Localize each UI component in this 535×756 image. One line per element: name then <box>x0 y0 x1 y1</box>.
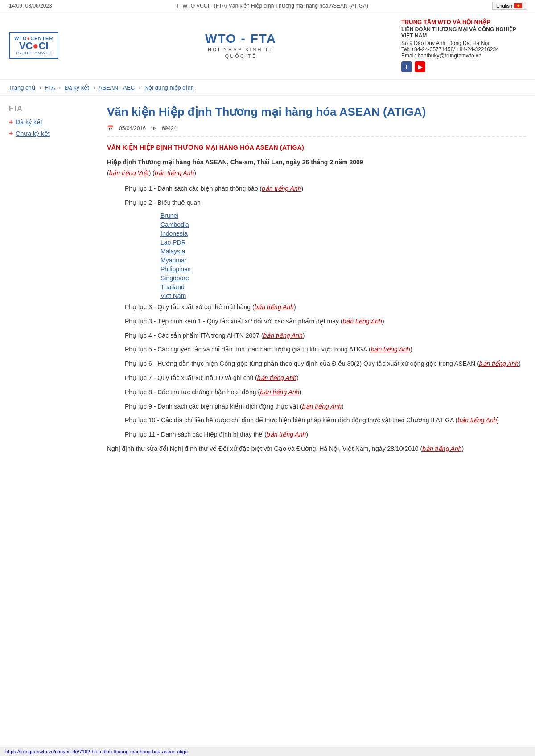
logo-vcci-label: VC●CI <box>14 41 53 51</box>
country-malaysia[interactable]: Malaysia <box>160 248 526 255</box>
language-button[interactable]: English <box>492 2 526 10</box>
phu-luc-5-end: ) <box>410 346 412 353</box>
phu-luc-1-text: Phụ lục 1 - Danh sách các biện pháp thôn… <box>125 185 262 192</box>
country-cambodia[interactable]: Cambodia <box>160 221 526 228</box>
phu-luc-1-row: Phụ lục 1 - Danh sách các biện pháp thôn… <box>107 184 526 194</box>
phu-luc-6-text: Phụ lục 6 - Hướng dẫn thực hiện Cộng gộp… <box>125 360 479 367</box>
email: Email: banthuky@trungtamwto.vn <box>401 53 526 59</box>
phu-luc-7-row: Phụ lục 7 - Quy tắc xuất xứ mẫu D và ghi… <box>107 373 526 384</box>
phu-luc-8-end: ) <box>299 388 301 396</box>
logo-area: WTO●CENTER VC●CI TRUNGTAMWTO <box>9 32 80 59</box>
content-title: Văn kiện Hiệp định Thương mại hàng hóa A… <box>107 105 526 120</box>
phu-luc-10-link[interactable]: bản tiếng Anh <box>457 417 497 424</box>
phu-luc-4-text: Phụ lục 4 - Các sản phẩm ITA trong AHTN … <box>125 332 263 339</box>
intro-bold: Hiệp định Thương mại hàng hóa ASEAN, Cha… <box>107 159 363 166</box>
top-bar-right: English <box>492 2 526 10</box>
country-list: Brunei Cambodia Indonesia Lao PDR Malays… <box>107 212 526 299</box>
phu-luc-8-link[interactable]: bản tiếng Anh <box>260 388 299 396</box>
publish-date: 05/04/2016 <box>119 125 146 131</box>
phu-luc-8-row: Phụ lục 8 - Các thủ tục chứng nhận hoạt … <box>107 387 526 398</box>
phu-luc-6-link[interactable]: bản tiếng Anh <box>479 360 519 367</box>
view-count: 69424 <box>162 125 177 131</box>
facebook-icon[interactable]: f <box>401 61 412 72</box>
phu-luc-4-row: Phụ lục 4 - Các sản phẩm ITA trong AHTN … <box>107 331 526 341</box>
phu-luc-9-text: Phụ lục 9 - Danh sách các biện pháp kiểm… <box>125 403 302 410</box>
phu-luc-8-text: Phụ lục 8 - Các thủ tục chứng nhận hoạt … <box>125 388 260 396</box>
eye-icon: 👁 <box>151 125 156 131</box>
header-subtitle1: HỘI NHẬP KINH TẾ <box>80 47 401 53</box>
phu-luc-9-end: ) <box>342 403 344 410</box>
logo-sub-label: TRUNGTAMWTO <box>14 51 53 55</box>
lang-label: English <box>496 3 512 8</box>
phu-luc-11-link[interactable]: bản tiếng Anh <box>267 431 306 438</box>
country-thailand[interactable]: Thailand <box>160 283 526 290</box>
phu-luc-7-text: Phụ lục 7 - Quy tắc xuất xứ mẫu D và ghi… <box>125 374 257 381</box>
country-indonesia[interactable]: Indonesia <box>160 230 526 237</box>
breadcrumb: Trang chủ › FTA › Đã ký kết › ASEAN - AE… <box>0 80 535 96</box>
breadcrumb-content[interactable]: Nội dung hiệp định <box>144 84 194 91</box>
phu-luc-10-text: Phụ lục 10 - Các địa chỉ liên hệ được ch… <box>125 417 457 424</box>
phu-luc-2-row: Phụ lục 2 - Biểu thuế quan <box>107 198 526 208</box>
phu-luc-3-row: Phụ lục 3 - Quy tắc xuất xứ cụ thể mặt h… <box>107 302 526 313</box>
phu-luc-2-text: Phụ lục 2 - Biểu thuế quan <box>125 199 201 206</box>
country-vietnam[interactable]: Viet Nam <box>160 292 526 299</box>
phu-luc-1-link[interactable]: bản tiếng Anh <box>262 185 301 192</box>
header-center: WTO - FTA HỘI NHẬP KINH TẾ QUỐC TẾ <box>80 32 401 59</box>
nghi-dinh-thu-link[interactable]: bản tiếng Anh <box>422 445 461 452</box>
phu-luc-5-row: Phụ lục 5 - Các nguyên tắc và chỉ dẫn tí… <box>107 344 526 355</box>
link-anh-intro[interactable]: bản tiếng Anh <box>155 169 194 176</box>
country-singapore[interactable]: Singapore <box>160 274 526 282</box>
breadcrumb-signed[interactable]: Đã ký kết <box>65 84 89 91</box>
main-layout: FTA + Đã ký kết + Chưa ký kết Văn kiện H… <box>0 96 535 469</box>
phu-luc-11-end: ) <box>306 431 308 438</box>
sidebar-link-unsigned[interactable]: Chưa ký kết <box>16 130 49 137</box>
phu-luc-5-text: Phụ lục 5 - Các nguyên tắc và chỉ dẫn tí… <box>125 346 371 353</box>
nghi-dinh-thu-row: Nghị định thư sửa đổi Nghị định thư về Đ… <box>107 444 526 454</box>
flag-vietnam-icon <box>514 3 522 8</box>
header: WTO●CENTER VC●CI TRUNGTAMWTO WTO - FTA H… <box>0 12 535 80</box>
phu-luc-3-link[interactable]: bản tiếng Anh <box>255 303 294 311</box>
logo-box: WTO●CENTER VC●CI TRUNGTAMWTO <box>9 32 58 59</box>
youtube-icon[interactable]: ▶ <box>415 61 425 72</box>
sidebar-link-signed[interactable]: Đã ký kết <box>16 119 42 126</box>
breadcrumb-asean-aec[interactable]: ASEAN - AEC <box>99 84 135 91</box>
phu-luc-6-end: ) <box>519 360 521 367</box>
address: Số 9 Đào Duy Anh, Đống Đa, Hà Nội <box>401 40 526 46</box>
country-laopdr[interactable]: Lao PDR <box>160 239 526 246</box>
nghi-dinh-thu-end: ) <box>461 445 464 452</box>
phu-luc-1-end: ) <box>301 185 304 192</box>
phu-luc-10-row: Phụ lục 10 - Các địa chỉ liên hệ được ch… <box>107 415 526 426</box>
link-viet[interactable]: bản tiếng Việt <box>109 169 149 176</box>
phu-luc-9-link[interactable]: bản tiếng Anh <box>302 403 342 410</box>
breadcrumb-fta[interactable]: FTA <box>45 84 55 91</box>
breadcrumb-home[interactable]: Trang chủ <box>9 84 35 91</box>
phu-luc-11-text: Phụ lục 11 - Danh sách các Hiệp định bị … <box>125 431 267 438</box>
header-subtitle2: QUỐC TẾ <box>80 53 401 59</box>
phu-luc-6-row: Phụ lục 6 - Hướng dẫn thực hiện Cộng gộp… <box>107 359 526 369</box>
org-short: TRUNG TÂM WTO VÀ HỘI NHẬP <box>401 19 526 25</box>
sidebar-title: FTA <box>9 105 98 113</box>
country-myanmar[interactable]: Myanmar <box>160 257 526 264</box>
sidebar-item-unsigned[interactable]: + Chưa ký kết <box>9 130 98 138</box>
contact-info: TRUNG TÂM WTO VÀ HỘI NHẬP LIÊN ĐOÀN THƯƠ… <box>401 19 526 72</box>
intro-paragraph: Hiệp định Thương mại hàng hóa ASEAN, Cha… <box>107 157 526 179</box>
phu-luc-3b-end: ) <box>382 318 384 325</box>
phu-luc-7-end: ) <box>296 374 299 381</box>
country-philippines[interactable]: Philippines <box>160 266 526 273</box>
meta-row: 📅 05/04/2016 👁 69424 <box>107 125 526 131</box>
phu-luc-3-end: ) <box>294 303 296 311</box>
page-title-bar: TTWTO VCCI - (FTA) Văn kiện Hiệp định Th… <box>52 3 492 9</box>
phu-luc-3b-text: Phụ lục 3 - Tệp đính kèm 1 - Quy tắc xuấ… <box>125 318 343 325</box>
phu-luc-7-link[interactable]: bản tiếng Anh <box>257 374 296 381</box>
plus-icon-unsigned: + <box>9 130 13 138</box>
sidebar: FTA + Đã ký kết + Chưa ký kết <box>9 105 98 460</box>
country-brunei[interactable]: Brunei <box>160 212 526 219</box>
plus-icon-signed: + <box>9 118 13 126</box>
sidebar-item-signed[interactable]: + Đã ký kết <box>9 118 98 126</box>
header-title-main: WTO - FTA <box>80 32 401 46</box>
org-full1: LIÊN ĐOÀN THƯƠNG MẠI VÀ CÔNG NGHIỆP <box>401 26 526 33</box>
phu-luc-4-link[interactable]: bản tiếng Anh <box>263 332 302 339</box>
calendar-icon: 📅 <box>107 125 114 131</box>
phu-luc-5-link[interactable]: bản tiếng Anh <box>371 346 410 353</box>
phu-luc-3b-link[interactable]: bản tiếng Anh <box>343 318 382 325</box>
